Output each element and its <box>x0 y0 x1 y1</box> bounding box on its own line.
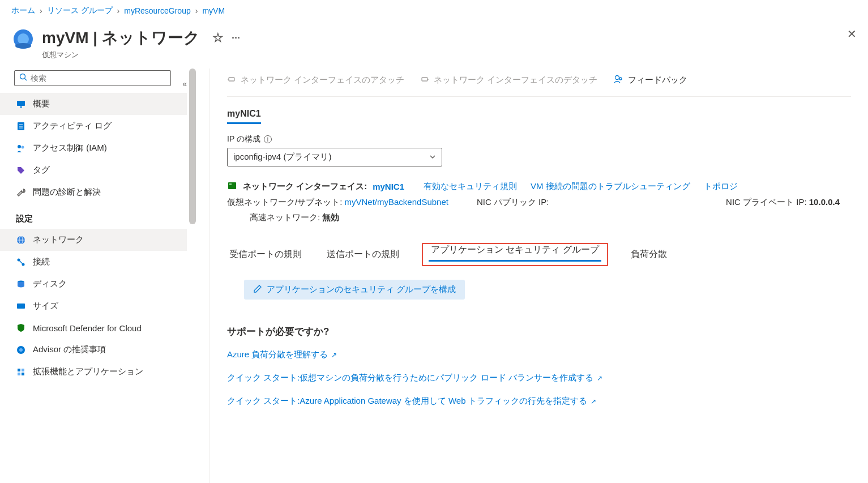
sidebar-item-label: アクセス制御 (IAM) <box>33 143 107 153</box>
page-title: myVM | ネットワーク <box>42 27 200 49</box>
breadcrumb: ホーム › リソース グループ › myResourceGroup › myVM <box>0 0 868 22</box>
collapse-icon[interactable]: « <box>182 79 187 88</box>
scrollbar-thumb[interactable] <box>189 69 196 224</box>
breadcrumb-rg-name[interactable]: myResourceGroup <box>124 6 191 15</box>
svg-rect-25 <box>18 373 20 375</box>
sidebar-item-label: 概要 <box>33 99 50 109</box>
private-ip-value: 10.0.0.4 <box>809 197 840 207</box>
sidebar-item-defender[interactable]: Microsoft Defender for Cloud <box>0 317 187 339</box>
attach-icon <box>227 75 236 86</box>
tab-outbound-rules[interactable]: 送信ポートの規則 <box>324 243 401 266</box>
sidebar-item-size[interactable]: サイズ <box>0 295 187 317</box>
sidebar-item-advisor[interactable]: Advisor の推奨事項 <box>0 339 187 361</box>
feedback-icon <box>613 74 623 86</box>
detach-icon <box>420 75 429 86</box>
svg-rect-27 <box>229 78 234 81</box>
command-bar: ネットワーク インターフェイスのアタッチ ネットワーク インターフェイスのデタッ… <box>227 69 851 97</box>
sidebar-item-extensions[interactable]: 拡張機能とアプリケーション <box>0 361 187 383</box>
search-icon <box>19 73 27 83</box>
ip-config-dropdown[interactable]: ipconfig-ipv4 (プライマリ) <box>227 148 442 166</box>
wrench-icon <box>16 187 26 198</box>
svg-point-2 <box>15 43 31 49</box>
configure-asg-label: アプリケーションのセキュリティ グループを構成 <box>267 284 456 295</box>
sidebar-item-label: Microsoft Defender for Cloud <box>33 323 142 333</box>
sidebar-item-label: アクティビティ ログ <box>33 121 112 131</box>
disk-icon <box>16 279 26 289</box>
sidebar-item-overview[interactable]: 概要 <box>0 93 187 115</box>
breadcrumb-home[interactable]: ホーム <box>11 6 35 16</box>
support-link-1[interactable]: Azure 負荷分散を理解する ↗ <box>227 349 851 360</box>
sidebar-item-label: ネットワーク <box>33 234 84 245</box>
vm-icon <box>11 27 35 51</box>
public-ip-label: NIC パブリック IP: <box>477 197 549 207</box>
ni-name-link[interactable]: myNIC1 <box>373 182 404 191</box>
support-link-3-text: クイック スタート:Azure Application Gateway を使用し… <box>227 396 587 407</box>
support-link-3[interactable]: クイック スタート:Azure Application Gateway を使用し… <box>227 396 851 407</box>
monitor-icon <box>16 99 26 109</box>
breadcrumb-vm-name[interactable]: myVM <box>202 6 225 15</box>
svg-point-32 <box>619 78 622 80</box>
highlight-box: アプリケーション セキュリティ グループ <box>422 243 608 266</box>
breadcrumb-resource-groups[interactable]: リソース グループ <box>47 6 113 16</box>
main-content: ネットワーク インターフェイスのアタッチ ネットワーク インターフェイスのデタッ… <box>209 69 868 483</box>
people-icon <box>16 143 26 153</box>
sidebar-item-label: 拡張機能とアプリケーション <box>33 366 143 377</box>
svg-rect-5 <box>17 101 25 106</box>
page-subtitle: 仮想マシン <box>42 50 240 60</box>
support-link-2-text: クイック スタート:仮想マシンの負荷分散を行うためにパブリック ロード バランサ… <box>227 373 593 383</box>
chevron-right-icon: › <box>40 6 42 15</box>
attach-nic-label: ネットワーク インターフェイスのアタッチ <box>241 75 404 86</box>
ni-label: ネットワーク インターフェイス: <box>243 181 367 192</box>
support-link-2[interactable]: クイック スタート:仮想マシンの負荷分散を行うためにパブリック ロード バランサ… <box>227 373 851 383</box>
nic-tab[interactable]: myNIC1 <box>227 105 261 124</box>
tab-inbound-rules[interactable]: 受信ポートの規則 <box>227 243 304 266</box>
log-icon <box>16 121 26 131</box>
svg-rect-33 <box>228 182 236 189</box>
sidebar-item-label: サイズ <box>33 301 58 311</box>
feedback-label: フィードバック <box>628 75 687 86</box>
sidebar-item-label: 問題の診断と解決 <box>33 187 101 198</box>
vnet-subnet-label: 仮想ネットワーク/サブネット: <box>227 197 342 207</box>
sidebar-item-disks[interactable]: ディスク <box>0 273 187 295</box>
nic-badge-icon <box>227 181 237 193</box>
connect-icon <box>16 257 26 267</box>
search-input[interactable] <box>14 70 171 86</box>
info-icon[interactable]: i <box>264 135 272 143</box>
accel-net-label: 高速ネットワーク: <box>250 212 320 222</box>
tab-app-security-groups[interactable]: アプリケーション セキュリティ グループ <box>429 239 601 262</box>
support-section: サポートが必要ですか? Azure 負荷分散を理解する ↗ クイック スタート:… <box>227 325 851 407</box>
ip-config-label: IP の構成 <box>227 134 260 144</box>
detach-nic-button[interactable]: ネットワーク インターフェイスのデタッチ <box>420 75 597 86</box>
star-icon[interactable]: ☆ <box>212 31 224 45</box>
scrollbar[interactable] <box>187 69 198 224</box>
sidebar-item-diagnose[interactable]: 問題の診断と解決 <box>0 181 187 203</box>
external-link-icon: ↗ <box>597 374 602 382</box>
close-icon[interactable]: ✕ <box>847 27 857 41</box>
vnet-subnet-link[interactable]: myVNet/myBackendSubnet <box>345 197 448 207</box>
feedback-button[interactable]: フィードバック <box>613 74 687 86</box>
search-field[interactable] <box>31 74 166 83</box>
svg-point-22 <box>19 348 23 352</box>
sidebar-item-connect[interactable]: 接続 <box>0 251 187 273</box>
sidebar-section-settings: 設定 <box>0 203 187 229</box>
troubleshoot-link[interactable]: VM 接続の問題のトラブルシューティング <box>531 181 690 192</box>
sidebar-item-access-control[interactable]: アクセス制御 (IAM) <box>0 137 187 159</box>
svg-rect-20 <box>17 304 25 309</box>
attach-nic-button[interactable]: ネットワーク インターフェイスのアタッチ <box>227 75 404 86</box>
topology-link[interactable]: トポロジ <box>704 181 738 192</box>
tab-load-balancing[interactable]: 負荷分散 <box>628 243 669 266</box>
more-icon[interactable]: ··· <box>232 32 240 44</box>
page-header: myVM | ネットワーク ☆ ··· 仮想マシン ✕ <box>0 22 868 69</box>
svg-line-4 <box>25 79 27 81</box>
effective-rules-link[interactable]: 有効なセキュリティ規則 <box>424 181 517 192</box>
svg-point-11 <box>18 145 21 148</box>
size-icon <box>16 301 26 311</box>
detach-nic-label: ネットワーク インターフェイスのデタッチ <box>434 75 597 86</box>
sidebar-item-tags[interactable]: タグ <box>0 159 187 181</box>
chevron-right-icon: › <box>117 6 120 15</box>
configure-asg-button[interactable]: アプリケーションのセキュリティ グループを構成 <box>244 280 465 300</box>
rules-tabs: 受信ポートの規則 送信ポートの規則 アプリケーション セキュリティ グループ 負… <box>227 243 851 266</box>
sidebar-item-networking[interactable]: ネットワーク <box>0 229 187 251</box>
svg-point-12 <box>22 146 24 148</box>
sidebar-item-activity-log[interactable]: アクティビティ ログ <box>0 115 187 137</box>
